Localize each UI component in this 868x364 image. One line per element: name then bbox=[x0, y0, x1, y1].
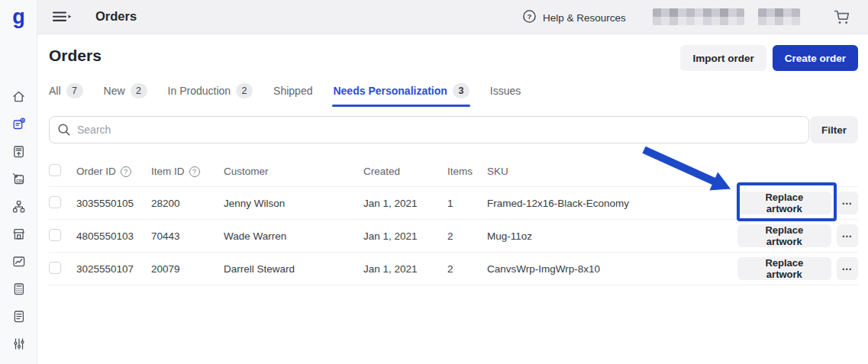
sku-cell: Mug-11oz bbox=[487, 230, 737, 242]
row-checkbox[interactable] bbox=[49, 262, 61, 274]
cart-button[interactable] bbox=[832, 7, 853, 30]
svg-text:CSV: CSV bbox=[16, 179, 24, 182]
tab-needs-personalization-count: 3 bbox=[453, 83, 469, 98]
order-id-cell: 4805550103 bbox=[76, 230, 151, 242]
customer-cell: Wade Warren bbox=[224, 230, 363, 242]
import-order-button[interactable]: Import order bbox=[680, 45, 766, 71]
tab-in-production[interactable]: In Production 2 bbox=[168, 83, 253, 100]
redacted-user-info-2 bbox=[758, 8, 800, 25]
item-id-cell: 70443 bbox=[151, 230, 224, 242]
sidebar-item-catalog[interactable] bbox=[0, 139, 37, 166]
orders-table: Order ID? Item ID? Customer Created Item… bbox=[49, 156, 858, 285]
main-content: Orders Import order Create order All 7 N… bbox=[37, 34, 868, 364]
row-checkbox[interactable] bbox=[49, 229, 61, 241]
row-more-button[interactable]: … bbox=[837, 192, 858, 214]
item-id-cell: 20079 bbox=[151, 263, 224, 275]
org-chart-icon bbox=[11, 199, 26, 217]
items-cell: 1 bbox=[447, 198, 487, 209]
sidebar-item-csv-import[interactable]: CSV bbox=[0, 166, 37, 194]
tab-in-production-count: 2 bbox=[236, 83, 253, 98]
sidebar-item-stores[interactable] bbox=[0, 221, 37, 249]
sidebar-item-documents[interactable] bbox=[0, 304, 37, 331]
sidebar-item-integrations[interactable] bbox=[0, 194, 37, 221]
sidebar-nav: CSV bbox=[0, 84, 37, 359]
sidebar-item-calculator[interactable] bbox=[0, 276, 37, 304]
order-id-cell: 3035550105 bbox=[76, 198, 151, 209]
search-icon bbox=[57, 123, 71, 140]
order-status-tabs: All 7 New 2 In Production 2 Shipped Need… bbox=[49, 83, 521, 100]
tab-new[interactable]: New 2 bbox=[104, 83, 147, 100]
tab-issues[interactable]: Issues bbox=[490, 83, 521, 100]
topbar-title: Orders bbox=[95, 9, 137, 24]
search-bar bbox=[49, 116, 809, 143]
help-resources-label: Help & Resources bbox=[543, 12, 626, 24]
search-input[interactable] bbox=[49, 116, 809, 143]
row-more-button[interactable]: … bbox=[837, 257, 858, 280]
sidebar-item-settings[interactable] bbox=[0, 331, 37, 359]
replace-artwork-button[interactable]: Replace artwork bbox=[737, 224, 831, 247]
table-row: 4805550103 70443 Wade Warren Jan 1, 2021… bbox=[49, 220, 858, 253]
document-icon bbox=[11, 309, 26, 327]
table-header-row: Order ID? Item ID? Customer Created Item… bbox=[49, 156, 858, 187]
sidebar-item-home[interactable] bbox=[0, 84, 37, 111]
redacted-user-info bbox=[653, 8, 744, 25]
page-title: Orders bbox=[49, 47, 102, 65]
create-order-button[interactable]: Create order bbox=[773, 45, 858, 71]
gelato-logo[interactable]: g bbox=[0, 5, 37, 29]
customer-cell: Darrell Steward bbox=[224, 263, 363, 275]
created-cell: Jan 1, 2021 bbox=[363, 263, 447, 275]
csv-import-icon: CSV bbox=[11, 172, 26, 189]
home-icon bbox=[11, 89, 26, 107]
store-icon bbox=[11, 227, 26, 244]
sliders-icon bbox=[11, 337, 26, 354]
table-row: 3035550105 28200 Jenny Wilson Jan 1, 202… bbox=[49, 187, 858, 220]
items-cell: 2 bbox=[447, 230, 487, 242]
tab-needs-personalization[interactable]: Needs Personalization 3 bbox=[333, 83, 469, 100]
replace-artwork-button[interactable]: Replace artwork bbox=[737, 192, 831, 214]
filter-button[interactable]: Filter bbox=[810, 116, 858, 143]
tab-all-count: 7 bbox=[66, 83, 83, 98]
sku-cell: CanvsWrp-ImgWrp-8x10 bbox=[487, 263, 737, 275]
order-id-cell: 3025550107 bbox=[76, 263, 151, 275]
help-resources-link[interactable]: ? Help & Resources bbox=[522, 9, 626, 27]
table-row: 3025550107 20079 Darrell Steward Jan 1, … bbox=[49, 253, 858, 285]
order-id-help-icon[interactable]: ? bbox=[121, 166, 131, 177]
replace-artwork-button[interactable]: Replace artwork bbox=[737, 257, 831, 280]
svg-text:?: ? bbox=[528, 12, 532, 21]
analytics-icon bbox=[11, 254, 26, 272]
header-actions: Import order Create order bbox=[680, 45, 858, 71]
sidebar-expand-icon[interactable] bbox=[52, 9, 73, 27]
customer-cell: Jenny Wilson bbox=[224, 198, 363, 209]
row-checkbox[interactable] bbox=[49, 196, 61, 208]
cart-icon bbox=[832, 16, 853, 29]
item-id-cell: 28200 bbox=[151, 198, 224, 209]
sidebar-item-analytics[interactable] bbox=[0, 249, 37, 276]
created-cell: Jan 1, 2021 bbox=[363, 230, 447, 242]
sku-cell: Framed-12x16-Black-Economy bbox=[487, 198, 737, 209]
topbar: Orders ? Help & Resources bbox=[37, 0, 868, 34]
sidebar-item-orders[interactable] bbox=[0, 111, 37, 139]
tab-shipped[interactable]: Shipped bbox=[273, 83, 312, 100]
orders-page: g CSV bbox=[0, 0, 868, 364]
sidebar: g CSV bbox=[0, 0, 37, 364]
tab-new-count: 2 bbox=[131, 83, 147, 98]
item-id-help-icon[interactable]: ? bbox=[189, 166, 200, 177]
orders-icon bbox=[11, 117, 26, 134]
calculator-icon bbox=[11, 282, 26, 299]
row-more-button[interactable]: … bbox=[837, 224, 858, 247]
help-circle-icon: ? bbox=[522, 9, 537, 27]
file-upload-icon bbox=[11, 144, 26, 162]
items-cell: 2 bbox=[447, 263, 487, 275]
tab-all[interactable]: All 7 bbox=[49, 83, 83, 100]
created-cell: Jan 1, 2021 bbox=[363, 198, 447, 209]
select-all-checkbox[interactable] bbox=[49, 164, 61, 176]
